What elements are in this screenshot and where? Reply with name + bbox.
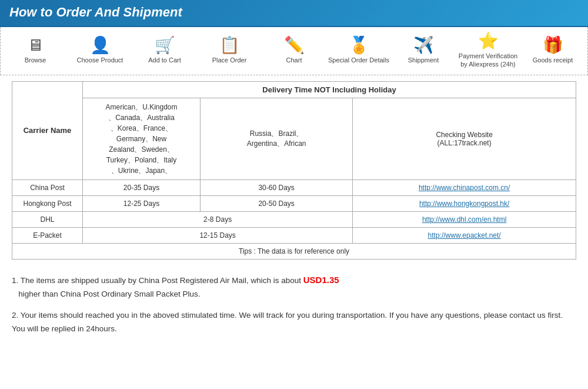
dhl-link[interactable]: http://www.dhl.com/en.html [353,211,576,227]
step-browse[interactable]: 🖥 Browse [3,35,68,67]
step-special-order[interactable]: 🏅 Special Order Details [326,35,391,67]
carrier-dhl: DHL [12,211,83,227]
step-payment-verification[interactable]: ⭐ Payment Verification by Aliexpress (24… [456,31,520,71]
tips-row: Tips : The data is for reference only [12,243,576,259]
table-section: Carrier Name Delivery Time NOT Including… [0,75,588,265]
step-shippment-label: Shippment [408,56,439,64]
hongkong-post-days2: 20-50 Days [201,195,353,211]
choose-product-icon: 👤 [90,37,111,54]
carrier-epacket: E-Packet [12,227,83,243]
page-header: How to Order And Shipment [0,0,588,27]
carrier-china-post: China Post [12,179,83,195]
step-payment-verification-label: Payment Verification by Aliexpress (24h) [457,52,519,69]
goods-receipt-icon: 🎁 [543,37,563,54]
chart-icon: ✏️ [284,37,305,54]
page-title: How to Order And Shipment [9,5,579,20]
usd-highlight: USD1.35 [303,275,339,285]
step-goods-receipt[interactable]: 🎁 Goods receipt [520,35,585,67]
step-browse-label: Browse [25,56,46,64]
description-2: 2. Your items should reached you in the … [12,309,576,336]
special-order-icon: 🏅 [349,37,369,54]
dhl-days: 2-8 Days [83,211,353,227]
china-post-days1: 20-35 Days [83,179,201,195]
table-row: E-Packet 12-15 Days http://www.epacket.n… [12,227,576,243]
carrier-hongkong-post: Hongkong Post [12,195,83,211]
step-special-order-label: Special Order Details [328,56,389,64]
epacket-link[interactable]: http://www.epacket.net/ [353,227,576,243]
add-to-cart-icon: 🛒 [155,37,175,54]
china-post-days2: 30-60 Days [201,179,353,195]
table-row: DHL 2-8 Days http://www.dhl.com/en.html [12,211,576,227]
place-order-icon: 📋 [219,37,240,54]
steps-bar: 🖥 Browse 👤 Choose Product 🛒 Add to Cart … [0,27,588,75]
step-shippment[interactable]: ✈️ Shippment [391,35,456,67]
epacket-days: 12-15 Days [83,227,353,243]
step-chart[interactable]: ✏️ Chart [262,35,326,67]
checking-website-header: Checking Website(ALL:17track.net) [353,98,576,179]
table-row: China Post 20-35 Days 30-60 Days http://… [12,179,576,195]
table-header-row: Carrier Name Delivery Time NOT Including… [12,81,576,98]
step-choose-product[interactable]: 👤 Choose Product [68,35,132,67]
shipment-table: Carrier Name Delivery Time NOT Including… [12,81,576,260]
delivery-time-header: Delivery Time NOT Including Holiday [83,81,576,98]
hongkong-post-link[interactable]: http://www.hongkongpost.hk/ [353,195,576,211]
table-row: Hongkong Post 12-25 Days 20-50 Days http… [12,195,576,211]
description-1: 1. The items are shipped usually by Chin… [12,272,576,301]
countries-col1-header: American、U.Kingdom、Canada、Australia、Kore… [83,98,201,179]
browse-icon: 🖥 [27,37,44,54]
step-goods-receipt-label: Goods receipt [533,56,573,64]
step-add-to-cart[interactable]: 🛒 Add to Cart [132,35,197,67]
china-post-link[interactable]: http://www.chinapost.com.cn/ [353,179,576,195]
step-choose-product-label: Choose Product [77,56,123,64]
countries-col2-header: Russia、Brazil、Argentina、African [201,98,353,179]
description-section: 1. The items are shipped usually by Chin… [0,265,588,354]
step-place-order[interactable]: 📋 Place Order [197,35,262,67]
payment-verification-icon: ⭐ [478,33,499,49]
table-subheader-row: American、U.Kingdom、Canada、Australia、Kore… [12,98,576,179]
step-place-order-label: Place Order [212,56,247,64]
tips-text: Tips : The data is for reference only [12,243,576,259]
step-chart-label: Chart [286,56,302,64]
desc1-text-before: 1. The items are shipped usually by Chin… [12,276,303,285]
shippment-icon: ✈️ [413,37,434,54]
carrier-name-header: Carrier Name [12,81,83,179]
step-add-to-cart-label: Add to Cart [148,56,181,64]
hongkong-post-days1: 12-25 Days [83,195,201,211]
